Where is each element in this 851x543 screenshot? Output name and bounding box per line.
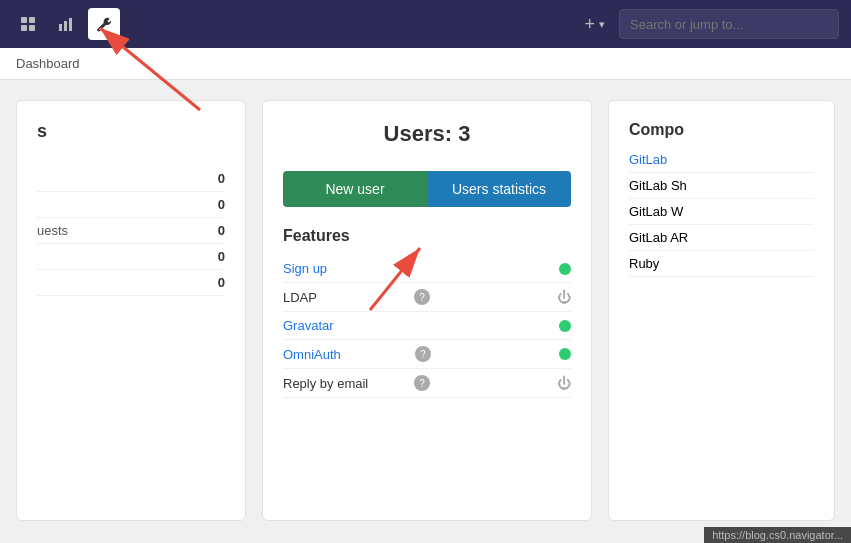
svg-rect-5 xyxy=(64,21,67,31)
status-dot-green xyxy=(559,320,571,332)
home-icon xyxy=(20,16,36,32)
main-content: s 0 0 uests 0 0 0 xyxy=(0,80,851,541)
power-icon: ⏻ xyxy=(557,289,571,305)
status-dot-green xyxy=(559,263,571,275)
svg-rect-2 xyxy=(21,25,27,31)
component-gitlab: GitLab xyxy=(629,147,814,173)
gitlab-w-label: GitLab W xyxy=(629,204,683,219)
feature-gravatar: Gravatar xyxy=(283,312,571,340)
left-stats-card: s 0 0 uests 0 0 0 xyxy=(16,100,246,521)
features-title: Features xyxy=(283,227,571,245)
users-card-title: Users: 3 xyxy=(283,121,571,147)
stat-row: 0 xyxy=(37,192,225,218)
feature-signup: Sign up xyxy=(283,255,571,283)
home-icon-btn[interactable] xyxy=(12,8,44,40)
dropdown-chevron-icon: ▾ xyxy=(599,18,605,31)
users-action-buttons: New user Users statistics xyxy=(283,171,571,207)
status-bar: https://blog.cs0.navigator... xyxy=(704,527,851,543)
features-list: Sign up LDAP ? ⏻ Gravatar OmniAuth ? xyxy=(283,255,571,398)
chart-icon-btn[interactable] xyxy=(50,8,82,40)
stat-row-guests: uests 0 xyxy=(37,218,225,244)
gitlab-ar-label: GitLab AR xyxy=(629,230,688,245)
component-gitlab-ar: GitLab AR xyxy=(629,225,814,251)
add-button[interactable]: + ▾ xyxy=(576,10,613,39)
components-card-title: Compo xyxy=(629,121,814,139)
component-gitlab-sh: GitLab Sh xyxy=(629,173,814,199)
breadcrumb: Dashboard xyxy=(0,48,851,80)
stats-list: 0 0 uests 0 0 0 xyxy=(37,166,225,296)
svg-rect-4 xyxy=(59,24,62,31)
ldap-help-icon[interactable]: ? xyxy=(414,289,430,305)
stat-row: 0 xyxy=(37,244,225,270)
gravatar-link[interactable]: Gravatar xyxy=(283,318,559,333)
search-input[interactable] xyxy=(619,9,839,39)
chart-icon xyxy=(58,16,74,32)
users-statistics-button[interactable]: Users statistics xyxy=(427,171,571,207)
reply-email-label: Reply by email xyxy=(283,376,410,391)
svg-rect-6 xyxy=(69,18,72,31)
left-card-title: s xyxy=(37,121,225,142)
svg-rect-1 xyxy=(29,17,35,23)
ldap-label: LDAP xyxy=(283,290,410,305)
stat-row: 0 xyxy=(37,166,225,192)
wrench-icon xyxy=(96,16,112,32)
signup-link[interactable]: Sign up xyxy=(283,261,559,276)
admin-icon-btn[interactable] xyxy=(88,8,120,40)
new-user-button[interactable]: New user xyxy=(283,171,427,207)
svg-rect-0 xyxy=(21,17,27,23)
component-ruby: Ruby xyxy=(629,251,814,277)
gitlab-sh-label: GitLab Sh xyxy=(629,178,687,193)
components-card: Compo GitLab GitLab Sh GitLab W GitLab A… xyxy=(608,100,835,521)
status-dot-green xyxy=(559,348,571,360)
top-navigation: + ▾ xyxy=(0,0,851,48)
feature-ldap: LDAP ? ⏻ xyxy=(283,283,571,312)
plus-icon: + xyxy=(584,14,595,35)
power-icon: ⏻ xyxy=(557,375,571,391)
feature-omniauth: OmniAuth ? xyxy=(283,340,571,369)
gitlab-link[interactable]: GitLab xyxy=(629,152,667,167)
stat-row: 0 xyxy=(37,270,225,296)
ruby-label: Ruby xyxy=(629,256,659,271)
reply-email-help-icon[interactable]: ? xyxy=(414,375,430,391)
omniauth-help-icon[interactable]: ? xyxy=(415,346,431,362)
users-card: Users: 3 New user Users statistics Featu… xyxy=(262,100,592,521)
feature-reply-email: Reply by email ? ⏻ xyxy=(283,369,571,398)
svg-rect-3 xyxy=(29,25,35,31)
omniauth-link[interactable]: OmniAuth xyxy=(283,347,411,362)
component-gitlab-w: GitLab W xyxy=(629,199,814,225)
components-list: GitLab GitLab Sh GitLab W GitLab AR Ruby xyxy=(629,147,814,277)
